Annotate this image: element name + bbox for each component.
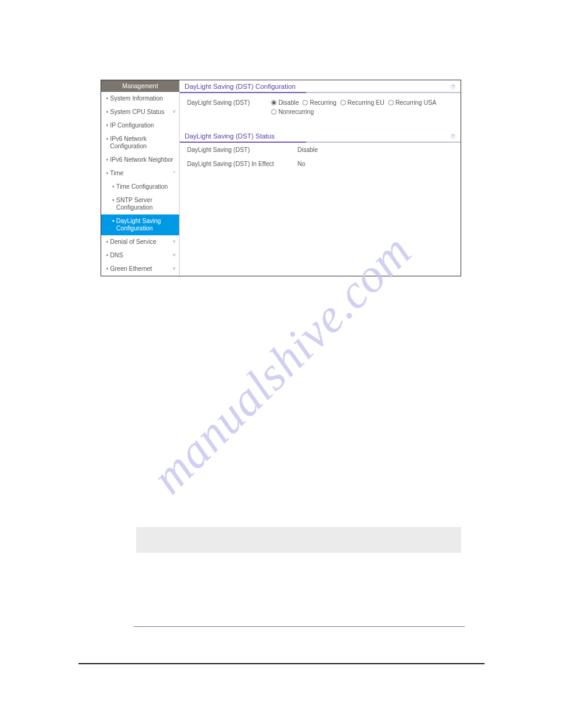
sidebar: Management •System Information •System C… bbox=[101, 80, 180, 276]
bullet-icon: • bbox=[106, 135, 109, 143]
page-rule bbox=[79, 663, 484, 664]
radio-label: Recurring EU bbox=[348, 99, 385, 106]
radio-recurring[interactable]: Recurring bbox=[302, 99, 336, 106]
nav-label: DayLight Saving Configuration bbox=[117, 218, 175, 232]
dst-config-row: DayLight Saving (DST) Disable Recurring … bbox=[180, 93, 461, 119]
nav-ipv6-network-neighbor[interactable]: •IPv6 Network Neighbor bbox=[101, 153, 179, 167]
radio-label: Recurring bbox=[310, 99, 336, 106]
radio-disable[interactable]: Disable bbox=[271, 99, 299, 106]
bullet-icon: • bbox=[112, 218, 115, 225]
nav-time[interactable]: •Time ^ bbox=[101, 167, 179, 180]
status-label: DayLight Saving (DST) In Effect bbox=[187, 161, 297, 167]
nav-label: DNS bbox=[110, 252, 123, 259]
status-value: No bbox=[297, 161, 305, 167]
nav-system-cpu-status[interactable]: •System CPU Status v bbox=[101, 105, 179, 119]
nav-green-ethernet[interactable]: •Green Ethernet v bbox=[101, 262, 179, 276]
radio-icon bbox=[271, 109, 277, 115]
chevron-down-icon: v bbox=[171, 265, 175, 271]
help-icon[interactable]: ⑦ bbox=[450, 133, 456, 140]
status-row-dst-in-effect: DayLight Saving (DST) In Effect No bbox=[180, 157, 461, 171]
chevron-down-icon: v bbox=[171, 108, 175, 115]
chevron-down-icon: v bbox=[171, 252, 175, 258]
radio-label: Nonrecurring bbox=[278, 108, 314, 115]
dst-field-label: DayLight Saving (DST) bbox=[187, 99, 271, 115]
nav-label: Time Configuration bbox=[117, 183, 168, 191]
nav-dns[interactable]: •DNS v bbox=[101, 249, 179, 262]
radio-label: Recurring USA bbox=[396, 99, 437, 106]
bullet-icon: • bbox=[112, 197, 115, 204]
bullet-icon: • bbox=[106, 108, 109, 116]
chevron-up-icon: ^ bbox=[171, 170, 175, 176]
nav-label: SNTP Server Configuration bbox=[117, 197, 175, 211]
nav-system-information[interactable]: •System Information bbox=[101, 92, 179, 105]
bullet-icon: • bbox=[106, 252, 109, 259]
radio-recurring-usa[interactable]: Recurring USA bbox=[388, 99, 437, 106]
radio-icon bbox=[388, 100, 394, 105]
bullet-icon: • bbox=[106, 156, 109, 164]
dst-radio-group: Disable Recurring Recurring EU Recurring… bbox=[271, 99, 453, 115]
nav-label: IPv6 Network Configuration bbox=[110, 135, 175, 150]
nav-label: IPv6 Network Neighbor bbox=[110, 156, 174, 164]
config-screenshot: Management •System Information •System C… bbox=[101, 80, 461, 276]
nav-label: Green Ethernet bbox=[110, 265, 152, 273]
section-title-text: DayLight Saving (DST) Configuration bbox=[185, 83, 296, 90]
bullet-icon: • bbox=[106, 122, 109, 129]
nav-time-configuration[interactable]: •Time Configuration bbox=[101, 180, 179, 194]
status-row-dst: DayLight Saving (DST) Disable bbox=[180, 143, 461, 157]
radio-label: Disable bbox=[278, 99, 299, 106]
section-title-configuration: DayLight Saving (DST) Configuration ⑦ bbox=[180, 80, 461, 93]
radio-icon bbox=[302, 100, 308, 105]
nav-sntp-server-configuration[interactable]: •SNTP Server Configuration bbox=[101, 194, 179, 214]
bullet-icon: • bbox=[106, 170, 109, 177]
chevron-down-icon: v bbox=[171, 238, 175, 245]
status-value: Disable bbox=[297, 146, 318, 153]
content-panel: DayLight Saving (DST) Configuration ⑦ Da… bbox=[180, 80, 461, 276]
nav-ip-configuration[interactable]: •IP Configuration bbox=[101, 119, 179, 132]
section-title-text: DayLight Saving (DST) Status bbox=[185, 132, 275, 140]
nav-label: System Information bbox=[110, 95, 163, 102]
radio-icon bbox=[271, 100, 277, 105]
nav-label: IP Configuration bbox=[110, 122, 155, 129]
bullet-icon: • bbox=[112, 183, 115, 191]
nav-label: Denial of Service bbox=[110, 238, 157, 246]
separator-line bbox=[134, 626, 465, 627]
radio-icon bbox=[340, 100, 346, 105]
sidebar-header: Management bbox=[101, 80, 179, 92]
bullet-icon: • bbox=[106, 95, 109, 102]
nav-label: System CPU Status bbox=[110, 108, 164, 116]
status-label: DayLight Saving (DST) bbox=[187, 146, 297, 153]
help-icon[interactable]: ⑦ bbox=[450, 83, 456, 90]
radio-nonrecurring[interactable]: Nonrecurring bbox=[271, 108, 314, 115]
gray-band bbox=[136, 527, 461, 553]
section-title-status: DayLight Saving (DST) Status ⑦ bbox=[180, 130, 461, 143]
bullet-icon: • bbox=[106, 265, 109, 273]
nav-denial-of-service[interactable]: •Denial of Service v bbox=[101, 235, 179, 249]
bullet-icon: • bbox=[106, 238, 109, 246]
nav-label: Time bbox=[110, 170, 124, 177]
nav-ipv6-network-configuration[interactable]: •IPv6 Network Configuration bbox=[101, 132, 179, 153]
radio-recurring-eu[interactable]: Recurring EU bbox=[340, 99, 385, 106]
nav-daylight-saving-configuration[interactable]: •DayLight Saving Configuration bbox=[101, 214, 179, 235]
